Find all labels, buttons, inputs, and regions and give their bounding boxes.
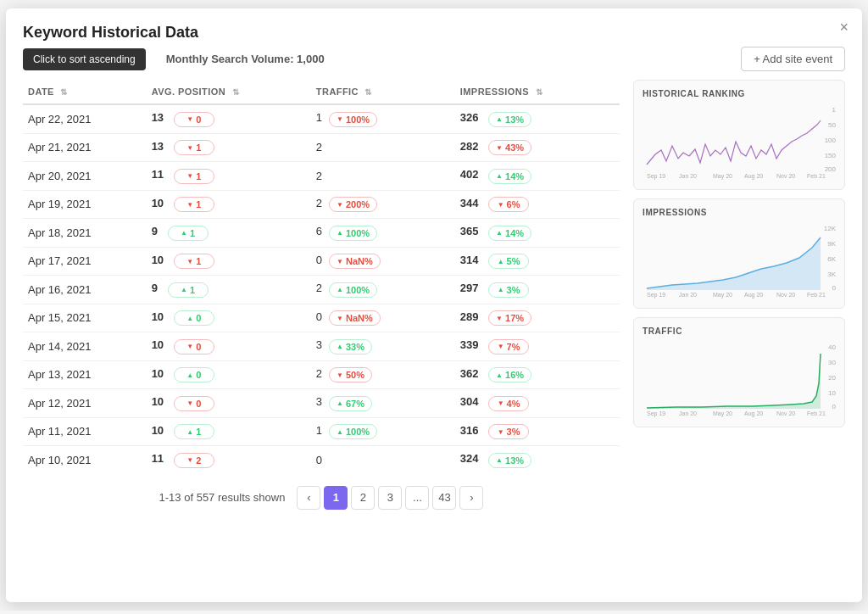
cell-traffic: 1 ▼ 100% xyxy=(311,104,455,133)
position-badge: ▼ 0 xyxy=(174,396,214,411)
cell-date: Apr 19, 2021 xyxy=(23,190,147,219)
svg-text:6K: 6K xyxy=(827,255,836,263)
table-row: Apr 15, 202110 ▲ 0 0 ▼ NaN% 289 ▼ 17% xyxy=(23,304,620,332)
svg-text:Nov 20: Nov 20 xyxy=(776,410,795,416)
table-row: Apr 22, 202113 ▼ 0 1 ▼ 100% 326 ▲ 13% xyxy=(23,104,620,133)
side-charts: HISTORICAL RANKING 1 50 100 150 200 Sep … xyxy=(633,80,845,510)
traffic-badge: ▲ 33% xyxy=(329,339,372,354)
cell-traffic: 2 xyxy=(311,133,455,162)
impressions-svg: 12K 9K 6K 3K 0 Sep 19 Jan 20 May 20 Aug xyxy=(643,222,837,299)
date-sort-icon: ⇅ xyxy=(60,87,67,97)
svg-text:Jan 20: Jan 20 xyxy=(679,173,697,179)
svg-text:Jan 20: Jan 20 xyxy=(679,410,697,416)
content-area: DATE ⇅ AVG. Position ⇅ TRAFFIC ⇅ IMPRESS… xyxy=(23,80,845,510)
prev-page-button[interactable]: ‹ xyxy=(297,486,320,510)
cell-date: Apr 16, 2021 xyxy=(23,276,147,304)
sort-tooltip: Click to sort ascending xyxy=(23,48,146,70)
cell-impressions: 324 ▲ 13% xyxy=(455,446,620,474)
traffic-badge: ▼ 100% xyxy=(329,112,377,127)
position-badge: ▲ 1 xyxy=(174,424,214,439)
traffic-svg: 40 30 20 10 0 Sep 19 Jan 20 May 20 Aug xyxy=(643,341,837,417)
impressions-chart-area: 12K 9K 6K 3K 0 Sep 19 Jan 20 May 20 Aug xyxy=(643,222,836,301)
cell-impressions: 326 ▲ 13% xyxy=(455,104,620,133)
impressions-badge: ▼ 3% xyxy=(488,424,529,439)
cell-traffic: 6 ▲ 100% xyxy=(311,219,455,248)
page-ellipsis: ... xyxy=(405,486,429,510)
cell-traffic: 1 ▲ 100% xyxy=(311,417,455,446)
cell-date: Apr 21, 2021 xyxy=(23,133,147,162)
svg-text:3K: 3K xyxy=(827,271,836,278)
cell-impressions: 402 ▲ 14% xyxy=(455,162,620,191)
cell-impressions: 362 ▲ 16% xyxy=(455,360,620,389)
pos-sort-icon: ⇅ xyxy=(232,87,239,97)
svg-text:150: 150 xyxy=(825,152,837,159)
page-43-button[interactable]: 43 xyxy=(432,486,456,510)
table-row: Apr 21, 202113 ▼ 1 2282 ▼ 43% xyxy=(23,133,620,162)
table-row: Apr 13, 202110 ▲ 0 2 ▼ 50% 362 ▲ 16% xyxy=(23,360,620,389)
svg-text:1: 1 xyxy=(832,106,837,114)
svg-text:0: 0 xyxy=(832,403,837,410)
cell-traffic: 0 ▼ NaN% xyxy=(311,304,455,332)
svg-text:200: 200 xyxy=(825,165,837,173)
cell-position: 9 ▲ 1 xyxy=(147,219,311,248)
next-page-button[interactable]: › xyxy=(459,486,483,510)
cell-traffic: 2 ▼ 50% xyxy=(311,360,455,389)
traffic-badge: ▼ 200% xyxy=(329,197,377,212)
position-badge: ▲ 1 xyxy=(168,226,209,241)
svg-text:May 20: May 20 xyxy=(713,173,732,180)
col-header-impressions[interactable]: IMPRESSIONS ⇅ xyxy=(455,80,620,104)
svg-text:0: 0 xyxy=(832,284,837,292)
pagination: 1-13 of 557 results shown ‹ 1 2 3 ... 43… xyxy=(23,486,620,510)
table-row: Apr 16, 20219 ▲ 1 2 ▲ 100% 297 ▲ 3% xyxy=(23,276,620,304)
svg-text:100: 100 xyxy=(825,137,837,144)
table-row: Apr 18, 20219 ▲ 1 6 ▲ 100% 365 ▲ 14% xyxy=(23,219,620,248)
page-1-button[interactable]: 1 xyxy=(324,486,348,510)
impressions-chart-title: IMPRESSIONS xyxy=(643,208,836,217)
col-header-traffic[interactable]: TRAFFIC ⇅ xyxy=(311,80,455,104)
cell-impressions: 344 ▼ 6% xyxy=(455,190,620,219)
table-row: Apr 11, 202110 ▲ 1 1 ▲ 100% 316 ▼ 3% xyxy=(23,417,620,446)
col-header-date[interactable]: DATE ⇅ xyxy=(23,80,147,104)
svg-text:40: 40 xyxy=(828,343,836,351)
cell-traffic: 0 xyxy=(311,446,455,474)
traffic-chart: TRAFFIC 40 30 20 10 0 Sep 19 xyxy=(633,317,845,427)
cell-position: 11 ▼ 1 xyxy=(147,162,311,191)
traffic-chart-title: TRAFFIC xyxy=(643,327,836,336)
close-button[interactable]: × xyxy=(839,19,849,36)
svg-text:Nov 20: Nov 20 xyxy=(776,292,795,298)
traffic-badge: ▲ 100% xyxy=(329,282,377,298)
add-site-event-button[interactable]: + Add site event xyxy=(741,47,845,71)
cell-impressions: 314 ▲ 5% xyxy=(455,247,620,276)
cell-position: 13 ▼ 1 xyxy=(147,133,311,162)
svg-text:Jan 20: Jan 20 xyxy=(679,292,697,298)
cell-date: Apr 12, 2021 xyxy=(23,389,147,418)
cell-position: 10 ▼ 0 xyxy=(147,332,311,361)
cell-position: 10 ▲ 1 xyxy=(147,417,311,446)
historical-ranking-chart: HISTORICAL RANKING 1 50 100 150 200 Sep … xyxy=(633,80,845,190)
table-section: DATE ⇅ AVG. Position ⇅ TRAFFIC ⇅ IMPRESS… xyxy=(23,80,620,510)
cell-traffic: 2 ▼ 200% xyxy=(311,190,455,219)
impressions-badge: ▼ 43% xyxy=(488,140,531,155)
cell-traffic: 0 ▼ NaN% xyxy=(311,247,455,276)
modal-container: × Keyword Historical Data Click to sort … xyxy=(6,8,862,602)
impressions-badge: ▲ 14% xyxy=(488,226,531,241)
traffic-chart-area: 40 30 20 10 0 Sep 19 Jan 20 May 20 Aug xyxy=(643,341,836,420)
col-header-position[interactable]: AVG. Position ⇅ xyxy=(147,80,311,104)
position-badge: ▼ 2 xyxy=(174,453,214,468)
traffic-badge: ▼ NaN% xyxy=(329,254,381,269)
traffic-badge: ▼ 50% xyxy=(329,367,372,382)
page-2-button[interactable]: 2 xyxy=(351,486,375,510)
cell-date: Apr 22, 2021 xyxy=(23,104,147,133)
page-3-button[interactable]: 3 xyxy=(378,486,402,510)
cell-position: 10 ▼ 1 xyxy=(147,190,311,219)
svg-text:9K: 9K xyxy=(827,240,836,248)
svg-text:Sep 19: Sep 19 xyxy=(647,173,665,180)
cell-impressions: 365 ▲ 14% xyxy=(455,219,620,248)
table-row: Apr 12, 202110 ▼ 0 3 ▲ 67% 304 ▼ 4% xyxy=(23,389,620,418)
cell-traffic: 3 ▲ 67% xyxy=(311,389,455,418)
cell-date: Apr 17, 2021 xyxy=(23,247,147,276)
data-table: DATE ⇅ AVG. Position ⇅ TRAFFIC ⇅ IMPRESS… xyxy=(23,80,620,474)
traffic-badge: ▲ 100% xyxy=(329,226,377,241)
position-badge: ▲ 0 xyxy=(174,310,214,326)
impressions-badge: ▲ 13% xyxy=(488,453,531,468)
